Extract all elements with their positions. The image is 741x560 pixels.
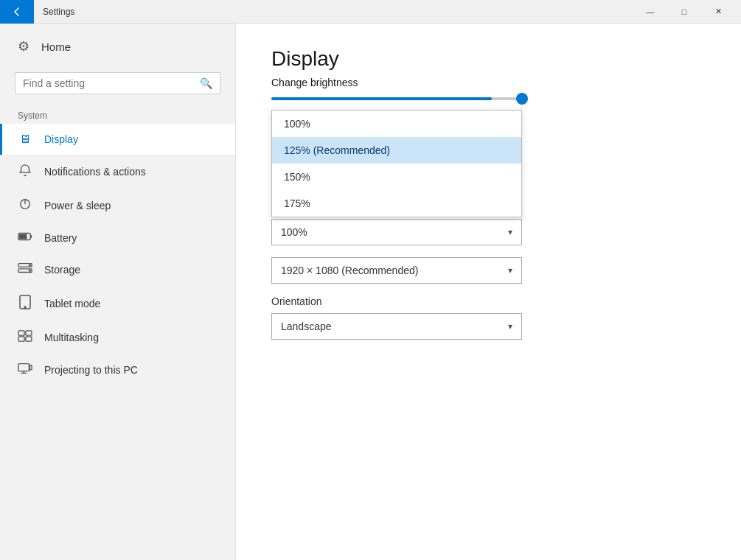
svg-rect-13 [18, 337, 24, 341]
svg-rect-4 [20, 234, 27, 238]
sidebar-item-label-notifications: Notifications & actions [44, 166, 146, 178]
section-label: System [0, 106, 235, 124]
svg-point-7 [29, 265, 30, 266]
battery-icon [18, 231, 32, 245]
brightness-slider-track[interactable] [271, 97, 522, 100]
content-area: Display Change brightness Night light Of… [236, 24, 741, 560]
svg-point-10 [24, 307, 26, 308]
svg-point-8 [29, 270, 30, 271]
brightness-slider-thumb[interactable] [516, 93, 528, 105]
svg-rect-12 [26, 331, 32, 335]
svg-rect-11 [18, 331, 24, 335]
window-controls: — □ ✕ [633, 0, 735, 24]
maximize-button[interactable]: □ [667, 0, 701, 24]
sidebar-item-projecting[interactable]: Projecting to this PC [0, 354, 235, 386]
sidebar-item-power[interactable]: Power & sleep [0, 189, 235, 223]
svg-rect-16 [29, 365, 32, 369]
orientation-dropdown[interactable]: Landscape ▾ [271, 313, 522, 340]
search-box[interactable]: 🔍 [15, 72, 220, 94]
sidebar-item-battery[interactable]: Battery [0, 223, 235, 253]
home-label: Home [41, 41, 71, 53]
sidebar-item-multitasking[interactable]: Multitasking [0, 321, 235, 354]
sidebar-item-label-power: Power & sleep [44, 200, 111, 211]
sidebar-item-label-projecting: Projecting to this PC [44, 364, 138, 376]
minimize-button[interactable]: — [633, 0, 667, 24]
scale-option-175[interactable]: 175% [272, 190, 521, 217]
scale-dropdown-container: 100% 125% (Recommended) 150% 175% 100% ▾ [271, 219, 522, 245]
orientation-chevron: ▾ [508, 321, 512, 332]
svg-rect-15 [18, 364, 29, 371]
power-icon [18, 197, 32, 214]
brightness-slider-fill [271, 97, 492, 100]
sidebar-item-tablet[interactable]: Tablet mode [0, 286, 235, 321]
scale-option-125[interactable]: 125% (Recommended) [272, 137, 521, 164]
sidebar-item-label-storage: Storage [44, 264, 80, 276]
scale-dropdown-list: 100% 125% (Recommended) 150% 175% [271, 110, 522, 217]
scale-dropdown-button[interactable]: 100% ▾ [271, 219, 522, 245]
storage-icon [18, 262, 32, 277]
scale-dropdown-value: 100% [281, 226, 307, 238]
scale-option-100[interactable]: 100% [272, 111, 521, 137]
page-title: Display [271, 47, 706, 71]
titlebar: Settings — □ ✕ [0, 0, 741, 24]
back-button[interactable] [0, 0, 34, 24]
svg-rect-14 [26, 337, 32, 341]
home-nav-item[interactable]: ⚙ Home [0, 24, 235, 69]
scale-option-150[interactable]: 150% [272, 164, 521, 190]
sidebar-item-label-multitasking: Multitasking [44, 332, 99, 343]
home-icon: ⚙ [18, 38, 29, 55]
scale-layout-section: Scale and layout 100% 125% (Recommended)… [271, 192, 706, 340]
resolution-chevron: ▾ [508, 265, 512, 276]
multitasking-icon [18, 330, 32, 345]
app-container: ⚙ Home 🔍 System 🖥 Display Notifications … [0, 24, 741, 560]
sidebar-item-label-tablet: Tablet mode [44, 298, 100, 309]
orientation-value: Landscape [281, 321, 332, 332]
orientation-label: Orientation [271, 295, 706, 307]
sidebar-item-label-display: Display [44, 133, 78, 145]
resolution-value: 1920 × 1080 (Recommended) [281, 265, 418, 276]
projecting-icon [18, 363, 32, 377]
search-input[interactable] [23, 77, 194, 89]
brightness-label: Change brightness [271, 77, 706, 88]
sidebar-item-display[interactable]: 🖥 Display [0, 124, 235, 155]
scale-dropdown-chevron: ▾ [508, 227, 512, 237]
sidebar-item-storage[interactable]: Storage [0, 253, 235, 286]
brightness-section: Change brightness [271, 77, 706, 100]
close-button[interactable]: ✕ [701, 0, 735, 24]
resolution-dropdown[interactable]: 1920 × 1080 (Recommended) ▾ [271, 257, 522, 284]
notifications-icon [18, 164, 32, 180]
display-icon: 🖥 [18, 133, 32, 146]
app-title: Settings [43, 7, 633, 17]
sidebar-item-notifications[interactable]: Notifications & actions [0, 155, 235, 189]
search-icon: 🔍 [200, 77, 212, 89]
sidebar: ⚙ Home 🔍 System 🖥 Display Notifications … [0, 24, 236, 560]
sidebar-item-label-battery: Battery [44, 232, 77, 244]
tablet-icon [18, 295, 32, 312]
